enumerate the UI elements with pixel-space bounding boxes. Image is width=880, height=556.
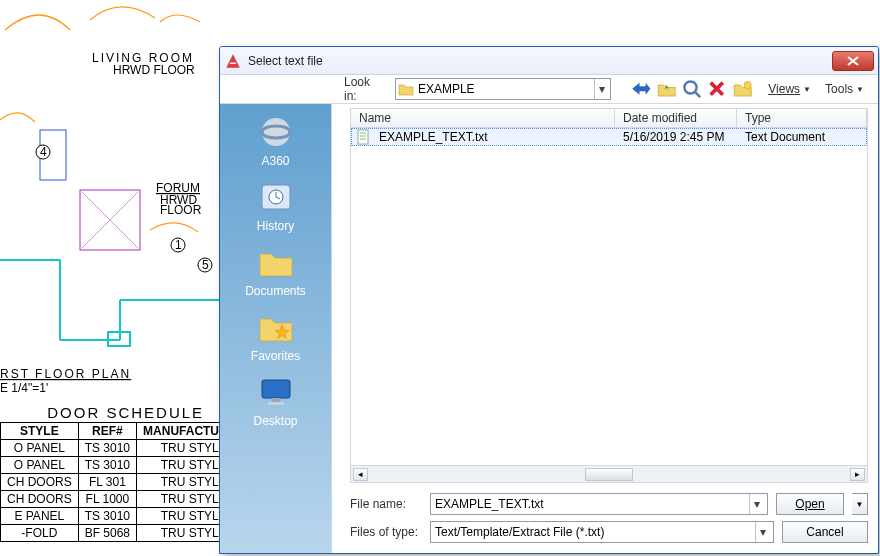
search-web-icon[interactable] (682, 79, 701, 99)
place-favorites[interactable]: Favorites (220, 309, 331, 363)
places-bar: A360 History Documents Favorites Desktop (220, 104, 332, 553)
delete-icon[interactable] (707, 79, 726, 99)
chevron-down-icon: ▾ (755, 522, 769, 542)
room-sublabel-living: HRWD FLOOR (113, 63, 195, 77)
close-button[interactable] (832, 51, 874, 71)
dialog-toolbar: Look in: EXAMPLE ▾ Views▼ Tools▼ (220, 75, 878, 103)
schedule-row: O PANELTS 3010TRU STYLE (1, 457, 251, 474)
place-label: History (257, 219, 294, 233)
lookin-value: EXAMPLE (418, 82, 594, 96)
documents-folder-icon (256, 244, 296, 280)
svg-point-17 (744, 82, 751, 89)
select-text-file-dialog: Select text file Look in: EXAMPLE ▾ View… (219, 46, 879, 554)
open-button[interactable]: Open (776, 493, 844, 515)
col-header-name[interactable]: Name (351, 109, 615, 127)
schedule-row: O PANELTS 3010TRU STYLE (1, 440, 251, 457)
a360-icon (256, 114, 296, 150)
scroll-thumb[interactable] (585, 468, 633, 481)
lookin-dropdown[interactable]: EXAMPLE ▾ (395, 78, 611, 100)
scroll-track[interactable] (370, 468, 848, 481)
place-a360[interactable]: A360 (220, 114, 331, 168)
filename-combo[interactable]: EXAMPLE_TEXT.txt ▾ (430, 493, 768, 515)
schedule-row: CH DOORSFL 301TRU STYLE (1, 474, 251, 491)
place-documents[interactable]: Documents (220, 244, 331, 298)
plan-scale: E 1/4"=1' (0, 381, 48, 395)
svg-text:1: 1 (175, 238, 182, 252)
views-menu[interactable]: Views▼ (764, 80, 815, 98)
lookin-label: Look in: (344, 75, 385, 103)
back-arrow-icon[interactable] (631, 79, 650, 99)
door-schedule-table: DOOR SCHEDULE STYLE REF# MANUFACTURER O … (0, 404, 251, 542)
filetype-label: Files of type: (350, 525, 422, 539)
chevron-down-icon: ▾ (594, 79, 608, 99)
file-row[interactable]: EXAMPLE_TEXT.txt 5/16/2019 2:45 PM Text … (351, 128, 867, 146)
schedule-row: E PANELTS 3010TRU STYLE (1, 508, 251, 525)
autocad-app-icon (224, 52, 242, 70)
svg-rect-21 (262, 380, 290, 398)
history-icon (256, 179, 296, 215)
col-header-type[interactable]: Type (737, 109, 867, 127)
scroll-right-arrow-icon[interactable]: ▸ (850, 468, 865, 481)
desktop-icon (256, 374, 296, 410)
text-file-icon (355, 129, 371, 145)
filetype-value: Text/Template/Extract File (*.txt) (435, 525, 755, 539)
place-label: Desktop (253, 414, 297, 428)
chevron-down-icon: ▾ (749, 494, 763, 514)
file-date: 5/16/2019 2:45 PM (615, 130, 737, 144)
horizontal-scrollbar[interactable]: ◂ ▸ (350, 466, 868, 483)
place-history[interactable]: History (220, 179, 331, 233)
filename-value: EXAMPLE_TEXT.txt (435, 497, 749, 511)
dialog-title: Select text file (248, 54, 832, 68)
svg-text:5: 5 (202, 258, 209, 272)
up-one-level-icon[interactable] (657, 79, 676, 99)
svg-point-15 (684, 82, 696, 94)
col-header-date[interactable]: Date modified (615, 109, 737, 127)
place-label: Documents (245, 284, 306, 298)
scroll-left-arrow-icon[interactable]: ◂ (353, 468, 368, 481)
file-list[interactable]: EXAMPLE_TEXT.txt 5/16/2019 2:45 PM Text … (350, 128, 868, 466)
svg-line-16 (695, 93, 700, 98)
col-ref: REF# (78, 423, 136, 440)
svg-point-18 (262, 118, 290, 146)
new-folder-icon[interactable] (733, 79, 752, 99)
svg-rect-23 (268, 402, 284, 405)
filename-label: File name: (350, 497, 422, 511)
file-list-header[interactable]: Name Date modified Type (350, 108, 868, 128)
col-style: STYLE (1, 423, 79, 440)
open-split-dropdown[interactable]: ▼ (852, 493, 868, 515)
place-desktop[interactable]: Desktop (220, 374, 331, 428)
svg-text:4: 4 (40, 145, 47, 159)
svg-rect-24 (358, 130, 368, 144)
dialog-titlebar[interactable]: Select text file (220, 47, 878, 75)
file-type: Text Document (737, 130, 867, 144)
door-schedule-title: DOOR SCHEDULE (0, 404, 251, 422)
folder-icon (398, 81, 414, 97)
place-label: A360 (261, 154, 289, 168)
schedule-row: -FOLDBF 5068TRU STYLE (1, 525, 251, 542)
svg-text:FLOOR: FLOOR (160, 203, 202, 217)
file-name: EXAMPLE_TEXT.txt (371, 130, 615, 144)
tools-menu[interactable]: Tools▼ (821, 80, 868, 98)
favorites-folder-icon (256, 309, 296, 345)
plan-title: RST FLOOR PLAN (0, 367, 131, 381)
place-label: Favorites (251, 349, 300, 363)
filetype-combo[interactable]: Text/Template/Extract File (*.txt) ▾ (430, 521, 774, 543)
schedule-row: CH DOORSFL 1000TRU STYLE (1, 491, 251, 508)
svg-rect-22 (272, 398, 280, 402)
cancel-button[interactable]: Cancel (782, 521, 868, 543)
